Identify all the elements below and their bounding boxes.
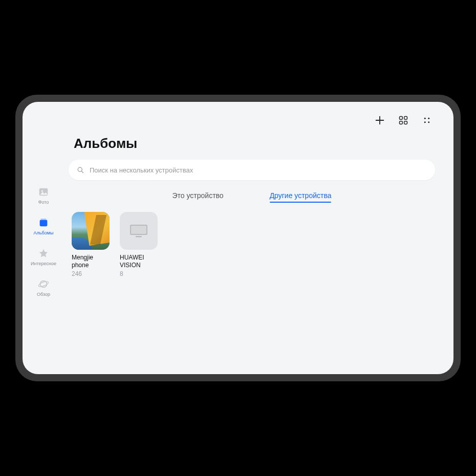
album-thumbnail: [120, 212, 158, 250]
search-input[interactable]: Поиск на нескольких устройствах: [69, 160, 435, 180]
album-count: 8: [120, 270, 159, 277]
sidebar-item-albums[interactable]: Альбомы: [23, 217, 64, 235]
svg-rect-17: [131, 226, 146, 234]
album-name: Mengjie phone: [72, 254, 111, 269]
sidebar-item-label: Фото: [38, 200, 49, 205]
plus-icon: [374, 115, 385, 126]
more-dots-icon: [422, 116, 431, 125]
tablet-frame: Фото Альбомы Интересное: [15, 95, 461, 381]
photo-icon: [38, 186, 49, 198]
svg-rect-7: [404, 117, 407, 120]
tablet-screen: Фото Альбомы Интересное: [23, 102, 453, 374]
svg-rect-6: [400, 117, 403, 120]
album-thumbnail: [72, 212, 110, 250]
more-button[interactable]: [421, 114, 433, 126]
sidebar: Фото Альбомы Интересное: [23, 102, 64, 374]
svg-point-5: [38, 280, 49, 288]
photo-scene-icon: [72, 212, 110, 250]
tabs: Это устройство Другие устройства: [69, 191, 435, 203]
sidebar-item-label: Альбомы: [34, 230, 54, 235]
tv-icon: [129, 223, 148, 239]
planet-icon: [38, 278, 49, 290]
sidebar-item-label: Интересное: [31, 261, 56, 266]
star-icon: [38, 248, 49, 259]
tab-this-device[interactable]: Это устройство: [172, 191, 224, 203]
svg-rect-9: [404, 121, 407, 124]
album-count: 246: [72, 270, 111, 277]
grid-icon: [398, 115, 408, 125]
search-placeholder: Поиск на нескольких устройствах: [90, 166, 193, 174]
add-button[interactable]: [374, 114, 386, 126]
svg-rect-8: [400, 121, 403, 124]
sidebar-item-interesting[interactable]: Интересное: [23, 248, 64, 266]
grid-view-button[interactable]: [397, 114, 409, 126]
albums-icon: [38, 217, 49, 228]
sidebar-item-photos[interactable]: Фото: [23, 186, 64, 205]
toolbar: [69, 112, 435, 128]
page-title: Альбомы: [69, 136, 435, 152]
album-huawei-vision[interactable]: HUAWEI VISION 8: [120, 212, 159, 277]
tab-other-devices[interactable]: Другие устройства: [270, 191, 332, 203]
svg-point-13: [428, 121, 429, 123]
svg-rect-18: [136, 236, 142, 237]
sidebar-item-overview[interactable]: Обзор: [23, 278, 64, 297]
album-name: HUAWEI VISION: [120, 254, 159, 269]
album-mengjie-phone[interactable]: Mengjie phone 246: [72, 212, 111, 277]
svg-rect-3: [41, 219, 47, 220]
svg-point-11: [428, 118, 429, 119]
search-icon: [77, 166, 84, 174]
svg-point-1: [41, 190, 43, 192]
svg-line-15: [81, 171, 83, 172]
svg-point-10: [424, 118, 426, 119]
albums-grid: Mengjie phone 246 HUAWEI VISION: [69, 212, 435, 277]
svg-rect-2: [40, 220, 48, 227]
sidebar-item-label: Обзор: [37, 292, 50, 297]
main-content: Альбомы Поиск на нескольких устройствах …: [64, 102, 453, 374]
svg-point-12: [424, 121, 426, 123]
